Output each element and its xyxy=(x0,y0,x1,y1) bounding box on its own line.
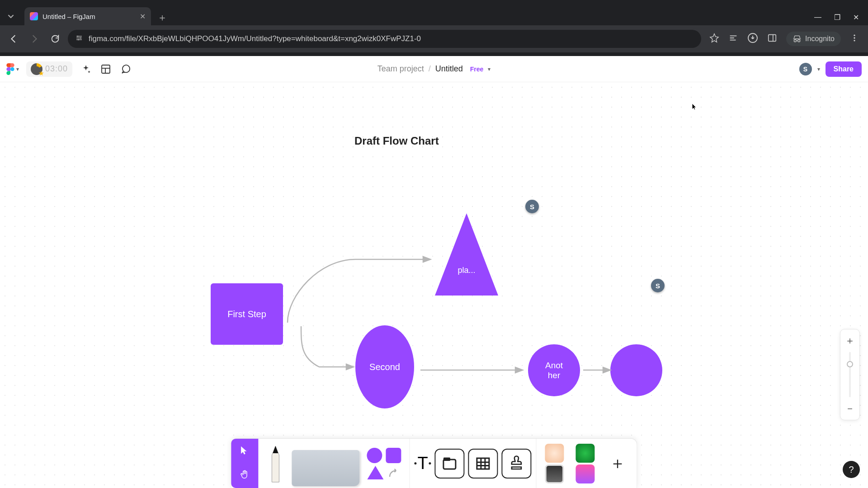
dot-icon xyxy=(414,462,416,465)
titlebar: Untitled – FigJam ✕ ＋ — ❐ ✕ xyxy=(0,0,868,25)
connector-another-to-empty[interactable] xyxy=(580,363,612,377)
shape-placeholder[interactable]: pla... xyxy=(435,213,498,296)
stamp-tool[interactable] xyxy=(502,449,532,479)
maximize-button[interactable]: ❐ xyxy=(834,13,840,22)
download-icon xyxy=(747,33,758,43)
connector-first-to-triangle[interactable] xyxy=(283,241,432,327)
shape-first-step[interactable]: First Step xyxy=(211,283,283,345)
connector-tool[interactable] xyxy=(387,466,401,479)
zoom-out-button[interactable]: － xyxy=(845,402,855,415)
sticker-pack-2[interactable] xyxy=(572,443,599,484)
sticker-gradient-icon xyxy=(576,465,595,483)
hand-tool[interactable] xyxy=(240,469,250,482)
presence-avatar-1[interactable]: S xyxy=(525,200,539,213)
svg-marker-13 xyxy=(423,257,430,262)
file-name[interactable]: Untitled xyxy=(435,64,463,74)
figma-menu[interactable]: ▾ xyxy=(6,63,19,75)
tab-title: Untitled – FigJam xyxy=(42,13,135,20)
connector-first-to-second[interactable] xyxy=(283,322,355,376)
sidepanel-button[interactable] xyxy=(767,33,777,45)
new-tab-button[interactable]: ＋ xyxy=(155,10,170,25)
media-control-button[interactable] xyxy=(728,33,738,45)
svg-point-8 xyxy=(854,40,855,41)
minimize-button[interactable]: — xyxy=(814,13,821,22)
shape-square-tool[interactable] xyxy=(386,448,401,463)
svg-marker-18 xyxy=(603,367,610,373)
shape-circle-tool[interactable] xyxy=(367,448,382,463)
comment-icon xyxy=(120,64,131,75)
shape-empty-circle[interactable] xyxy=(610,344,662,396)
templates-button[interactable] xyxy=(99,63,112,75)
ai-tools-button[interactable] xyxy=(80,63,92,75)
shape-triangle-tool[interactable] xyxy=(367,466,383,479)
url-text: figma.com/file/XRxbBjeWLbiQHPOO41JyWm/Un… xyxy=(89,34,421,43)
more-tools-button[interactable]: ＋ xyxy=(603,449,632,479)
share-button[interactable]: Share xyxy=(826,61,862,77)
chevron-down-icon: ▾ xyxy=(16,66,19,72)
url-field[interactable]: figma.com/file/XRxbBjeWLbiQHPOO41JyWm/Un… xyxy=(68,30,701,48)
comments-button[interactable] xyxy=(119,63,132,75)
arrow-right-icon xyxy=(29,34,39,44)
select-tool[interactable] xyxy=(240,445,250,457)
shape-another[interactable]: Anot her xyxy=(528,344,580,396)
breadcrumb: Team project / Untitled Free ▾ xyxy=(377,64,491,74)
reload-button[interactable] xyxy=(47,31,63,47)
team-name[interactable]: Team project xyxy=(377,64,424,74)
shape-label: Anot her xyxy=(545,361,563,380)
svg-marker-14 xyxy=(346,364,354,370)
connector-icon xyxy=(387,466,400,479)
sticker-face-icon xyxy=(545,444,564,463)
browser-chrome: Untitled – FigJam ✕ ＋ — ❐ ✕ figma.com/fi… xyxy=(0,0,868,56)
incognito-icon xyxy=(793,34,802,43)
help-button[interactable]: ? xyxy=(843,461,860,478)
arrow-left-icon xyxy=(9,34,19,44)
figma-logo-icon xyxy=(6,63,14,75)
presence-avatar-2[interactable]: S xyxy=(651,279,665,292)
bookmark-button[interactable] xyxy=(709,33,719,45)
forward-button[interactable] xyxy=(26,31,42,47)
marker-icon xyxy=(266,443,284,484)
incognito-label: Incognito xyxy=(805,35,835,43)
plan-badge[interactable]: Free xyxy=(470,66,484,73)
equalizer-icon xyxy=(728,33,738,43)
connector-second-to-another[interactable] xyxy=(416,363,524,377)
breadcrumb-separator: / xyxy=(429,64,431,74)
user-avatar[interactable]: S xyxy=(799,63,812,75)
section-tool[interactable] xyxy=(435,449,465,479)
back-button[interactable] xyxy=(5,31,22,47)
shape-label: pla... xyxy=(458,266,475,275)
hand-icon xyxy=(240,469,250,479)
canvas[interactable]: Draft Flow Chart First Step pla... Secon… xyxy=(0,82,868,488)
timer-icon xyxy=(31,63,42,75)
site-settings-icon[interactable] xyxy=(75,34,83,44)
incognito-indicator[interactable]: Incognito xyxy=(786,32,841,46)
header-right: S ▾ Share xyxy=(799,61,862,77)
figjam-app: ▾ 03:00 Team project / Untitled Free ▾ S… xyxy=(0,56,868,488)
browser-tab[interactable]: Untitled – FigJam ✕ xyxy=(24,7,151,25)
timer-chip[interactable]: 03:00 xyxy=(26,61,72,77)
close-window-button[interactable]: ✕ xyxy=(853,13,859,22)
shape-second[interactable]: Second xyxy=(355,325,414,408)
file-menu-chevron[interactable]: ▾ xyxy=(488,66,491,72)
tab-search-dropdown[interactable] xyxy=(2,7,20,25)
sticker-pack-1[interactable] xyxy=(541,443,568,484)
browser-menu-button[interactable] xyxy=(850,33,859,44)
user-menu-chevron[interactable]: ▾ xyxy=(817,66,820,72)
canvas-title[interactable]: Draft Flow Chart xyxy=(354,135,439,147)
table-tool[interactable] xyxy=(468,449,498,479)
marker-tool[interactable] xyxy=(263,443,288,484)
close-tab-button[interactable]: ✕ xyxy=(140,12,146,21)
panel-icon xyxy=(767,33,777,43)
zoom-slider[interactable] xyxy=(849,352,851,397)
widgets-section: ＋ xyxy=(537,439,637,488)
text-tool[interactable]: T xyxy=(414,454,431,473)
downloads-button[interactable] xyxy=(747,33,758,45)
text-icon: T xyxy=(417,454,428,473)
zoom-thumb[interactable] xyxy=(847,361,853,367)
zoom-in-button[interactable]: ＋ xyxy=(845,334,855,347)
svg-rect-19 xyxy=(443,460,456,469)
stamp-icon xyxy=(509,455,525,472)
sticky-note-tool[interactable] xyxy=(292,450,359,486)
layout-section: T xyxy=(410,439,536,488)
window-controls: — ❐ ✕ xyxy=(814,13,868,25)
